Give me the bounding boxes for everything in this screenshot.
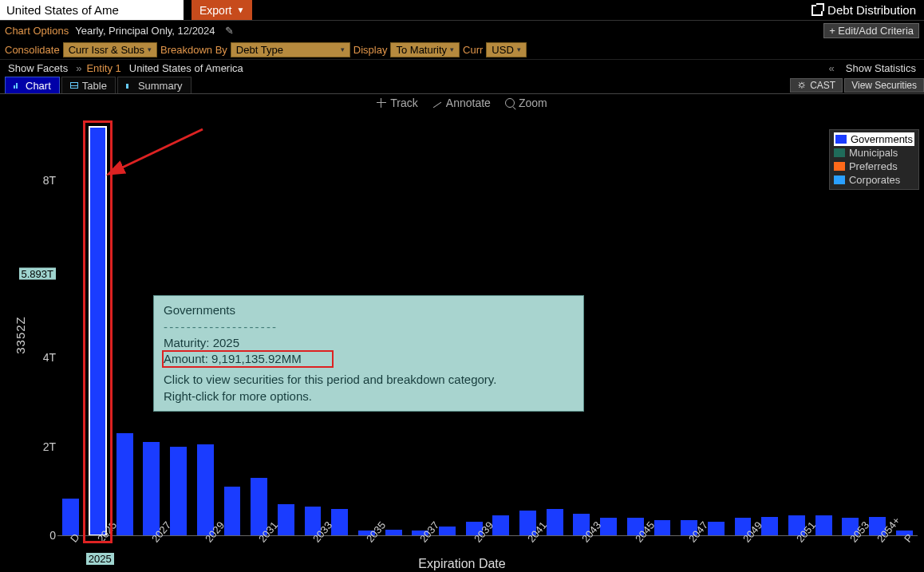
chart-tooltip: Governments - - - - - - - - - - - - - - … [153, 295, 584, 412]
x-axis-title: Expiration Date [418, 557, 505, 571]
amount-value: 9,191,135.92MM [211, 352, 302, 365]
y-tick: 4T [43, 351, 56, 364]
maturity-value: 2025 [213, 336, 239, 349]
bar-2028[interactable] [170, 447, 187, 535]
y-tick: 8T [43, 174, 56, 187]
legend-label: Governments [851, 133, 913, 145]
curr-dropdown[interactable]: USD▾ [486, 42, 526, 57]
external-link-icon [811, 5, 823, 16]
legend-swatch [834, 148, 845, 157]
entity-index-label[interactable]: Entity 1 [86, 62, 120, 74]
chart-options-label: Chart Options [5, 25, 69, 37]
legend-label: Preferreds [849, 160, 898, 172]
display-label: Display [353, 44, 388, 56]
bar-2042[interactable] [547, 509, 563, 535]
maturity-label: Maturity: [164, 336, 210, 349]
cast-button[interactable]: ⛭CAST [790, 78, 843, 93]
legend-item-governments[interactable]: Governments [834, 132, 914, 146]
legend-item-municipals[interactable]: Municipals [834, 146, 914, 160]
legend-swatch [834, 162, 845, 171]
tooltip-series: Governments [164, 302, 574, 318]
bar-2048[interactable] [708, 522, 725, 535]
bar-2046[interactable] [654, 520, 671, 535]
show-statistics-button[interactable]: Show Statistics [843, 62, 919, 74]
bar-chart-icon [14, 82, 22, 89]
export-button[interactable]: Export ▼ [192, 0, 252, 20]
tooltip-hint-2: Right-click for more options. [164, 389, 574, 404]
y-axis: 02T4T8T5.893T [24, 113, 56, 535]
tab-chart[interactable]: Chart [5, 77, 60, 93]
export-label: Export [199, 4, 231, 17]
view-securities-button[interactable]: View Securities [844, 78, 924, 93]
chevron-right-icon: » [71, 62, 86, 74]
page-title: Debt Distribution [827, 3, 916, 17]
consolidate-dropdown[interactable]: Curr Issr & Subs▾ [63, 42, 157, 57]
bar-2038[interactable] [439, 527, 456, 535]
tooltip-hint-1: Click to view securities for this period… [164, 372, 574, 388]
legend-item-corporates[interactable]: Corporates [834, 173, 914, 187]
edit-add-criteria-button[interactable]: + Edit/Add Criteria [823, 23, 919, 38]
curr-label: Curr [463, 44, 483, 56]
caret-down-icon: ▾ [450, 45, 454, 53]
tab-summary[interactable]: Summary [117, 77, 192, 93]
consolidate-label: Consolidate [5, 44, 60, 56]
y-reference-marker: 5.893T [19, 267, 56, 279]
bar-2032[interactable] [278, 504, 294, 535]
breakdown-dropdown[interactable]: Debt Type▾ [231, 42, 350, 57]
show-facets-button[interactable]: Show Facets [5, 62, 71, 74]
y-tick: 2T [43, 440, 56, 453]
x-highlight-tag: 2025 [86, 553, 114, 565]
legend-label: Corporates [849, 174, 900, 186]
caret-down-icon: ▾ [341, 45, 345, 53]
bar-2030[interactable] [224, 487, 241, 535]
caret-down-icon: ▼ [236, 6, 244, 14]
bar-2026[interactable] [116, 433, 133, 535]
bar-2025[interactable] [89, 127, 106, 535]
bar-2029[interactable] [197, 444, 214, 535]
tooltip-divider: - - - - - - - - - - - - - - - - - - - - [164, 319, 574, 335]
bar-D[interactable] [62, 499, 79, 535]
chart-area[interactable]: 3352Z 02T4T8T5.893T D2025202720292031203… [0, 97, 924, 572]
bar-2040[interactable] [492, 515, 509, 535]
svg-line-0 [119, 129, 203, 169]
tab-table[interactable]: Table [61, 77, 116, 93]
caret-down-icon: ▾ [517, 45, 521, 53]
page-title-link[interactable]: Debt Distribution [804, 0, 924, 20]
bar-2027[interactable] [143, 442, 160, 535]
bar-2036[interactable] [385, 530, 402, 535]
bar-2052[interactable] [815, 515, 832, 535]
arrow-annotation [111, 125, 207, 183]
breakdown-label: Breakdown By [160, 44, 227, 56]
entity-input-display[interactable]: United States of Ame [0, 0, 184, 20]
y-tick: 0 [49, 529, 56, 542]
chart-options-value[interactable]: Yearly, Principal Only, 12/2024 [72, 25, 218, 37]
caret-down-icon: ▾ [148, 45, 152, 53]
pencil-icon[interactable]: ✎ [222, 25, 237, 37]
table-icon [70, 82, 78, 89]
entity-name: United States of America [126, 62, 247, 74]
bar-2034[interactable] [331, 509, 348, 535]
legend-swatch [835, 135, 847, 144]
legend-swatch [834, 176, 845, 184]
chevron-left-icon: « [824, 62, 839, 74]
legend[interactable]: GovernmentsMunicipalsPreferredsCorporate… [829, 129, 919, 190]
legend-label: Municipals [849, 147, 898, 159]
display-dropdown[interactable]: To Maturity▾ [390, 42, 460, 57]
amount-label: Amount: [164, 352, 208, 365]
cast-icon: ⛭ [797, 80, 807, 91]
legend-item-preferreds[interactable]: Preferreds [834, 160, 914, 173]
summary-icon [126, 82, 134, 89]
